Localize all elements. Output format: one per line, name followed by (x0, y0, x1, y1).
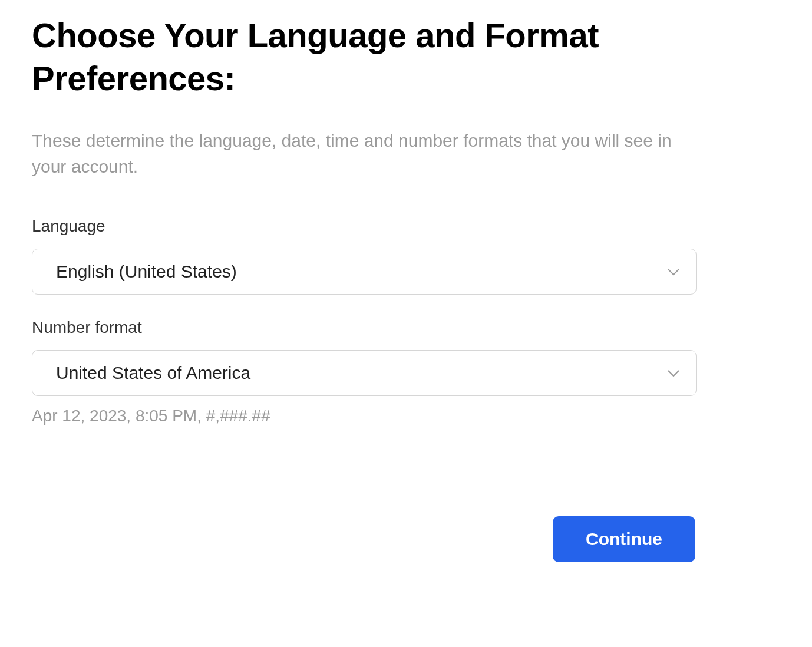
number-format-select[interactable]: United States of America (32, 350, 697, 396)
language-select[interactable]: English (United States) (32, 249, 697, 295)
language-label: Language (32, 217, 780, 236)
language-select-value: English (United States) (56, 262, 237, 282)
number-format-field-group: Number format United States of America A… (32, 318, 780, 425)
continue-button[interactable]: Continue (553, 516, 695, 562)
number-format-example: Apr 12, 2023, 8:05 PM, #,###.## (32, 407, 780, 425)
number-format-label: Number format (32, 318, 780, 337)
page-subtitle: These determine the language, date, time… (32, 128, 680, 179)
number-format-select-value: United States of America (56, 363, 250, 383)
language-field-group: Language English (United States) (32, 217, 780, 295)
page-title: Choose Your Language and Format Preferen… (32, 14, 780, 100)
footer-divider (0, 488, 812, 488)
